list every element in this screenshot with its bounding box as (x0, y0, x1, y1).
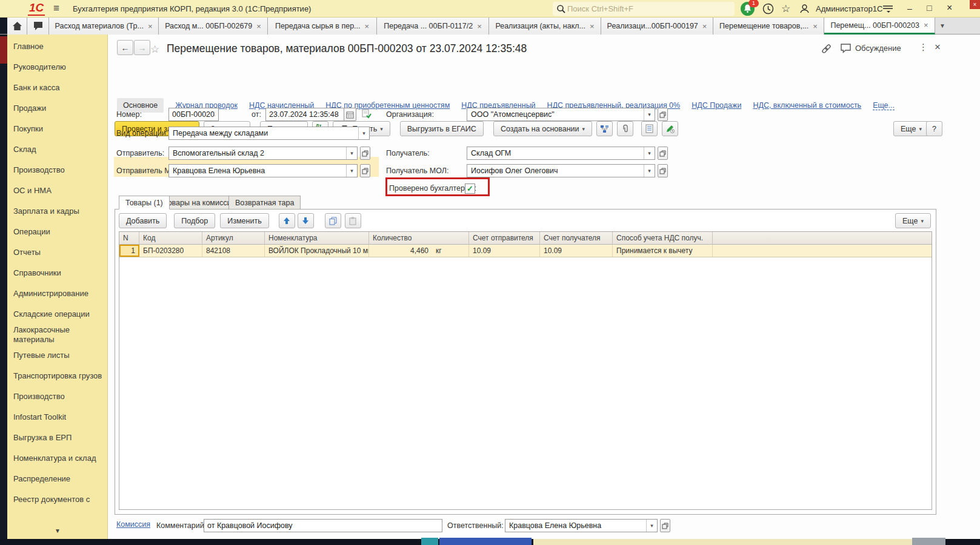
responsible-open-button[interactable] (660, 519, 670, 532)
sidebar-item-nomenklatura-i-sklad[interactable]: Номенклатура и склад (7, 448, 107, 469)
doc-tab[interactable]: Передача ... 00БП-0117/2 × (377, 18, 489, 35)
tab-close-icon[interactable]: × (813, 22, 818, 30)
sidebar-item-transportirovka-gruzov[interactable]: Транспортировка грузов (7, 366, 107, 386)
minimize-button[interactable]: – (907, 4, 912, 13)
get-link-icon[interactable] (821, 43, 832, 54)
cell-nomenclature[interactable]: ВОЙЛОК Прокладочный 10 мм (265, 245, 369, 257)
pick-button[interactable]: Подбор (174, 213, 215, 228)
paste-row-button[interactable] (345, 213, 361, 228)
tab-list-dropdown-icon[interactable]: ▼ (935, 18, 950, 34)
cell-article[interactable]: 842108 (202, 245, 265, 257)
doc-tab[interactable]: Перемещение товаров,... × (713, 18, 824, 35)
edit-history-button[interactable] (662, 121, 678, 136)
notifications-button[interactable]: 1 (740, 1, 757, 17)
sidebar-item-vygruzka-v-erp[interactable]: Выгрузка в ЕРП (7, 428, 107, 448)
favorites-icon[interactable]: ☆ (781, 2, 790, 15)
dropdown-icon[interactable]: ▾ (644, 165, 655, 177)
table-row[interactable]: 1 БП-0203280 842108 ВОЙЛОК Прокладочный … (119, 245, 932, 257)
comment-field[interactable] (204, 519, 442, 532)
sidebar-item-rukovoditelyu[interactable]: Руководителю (7, 57, 107, 78)
cell-account-sender[interactable]: 10.09 (469, 245, 540, 257)
sidebar-item-administrirovanie[interactable]: Администрирование (7, 283, 107, 304)
organization-combo[interactable]: ООО "Атомспецсервис" ▾ (467, 108, 655, 121)
tab-discussions[interactable] (27, 18, 49, 35)
nav-link-nds-vklyuchennyj[interactable]: НДС, включенный в стоимость (753, 101, 861, 110)
create-on-base-button[interactable]: Создать на основании ▾ (493, 121, 592, 136)
dropdown-icon[interactable]: ▾ (358, 127, 369, 139)
sidebar-item-os-i-nma[interactable]: ОС и НМА (7, 180, 107, 201)
back-button[interactable]: ← (117, 40, 133, 55)
sidebar-item-proizvodstvo[interactable]: Производство (7, 160, 107, 180)
maximize-button[interactable]: □ (927, 3, 932, 13)
col-header-quantity[interactable]: Количество (369, 232, 469, 244)
sidebar-item-pokupki[interactable]: Покупки (7, 119, 107, 139)
receiver-mol-combo[interactable]: Иосифов Олег Олегович ▾ (467, 164, 655, 177)
sidebar-item-lakokrasochnye-materialy[interactable]: Лакокрасочные материалы (7, 325, 107, 345)
responsible-combo[interactable]: Кравцова Елена Юрьевна ▾ (505, 519, 658, 532)
user-icon[interactable] (799, 3, 810, 15)
close-form-icon[interactable]: × (935, 41, 941, 53)
sidebar-item-zarplata-i-kadry[interactable]: Зарплата и кадры (7, 201, 107, 222)
tab-close-icon[interactable]: × (365, 22, 370, 30)
edit-row-button[interactable]: Изменить (220, 213, 268, 228)
items-tab-returnable[interactable]: Возвратная тара (228, 196, 301, 210)
sidebar-item-glavnoe[interactable]: Главное (7, 36, 107, 57)
receiver-combo[interactable]: Склад ОГМ ▾ (467, 147, 655, 160)
cell-n[interactable]: 1 (119, 245, 139, 257)
col-header-nomenclature[interactable]: Номенклатура (265, 232, 369, 244)
col-header-n[interactable]: N (119, 232, 139, 244)
dropdown-icon[interactable]: ▾ (346, 165, 357, 177)
nav-link-nds-prodazhi[interactable]: НДС Продажи (692, 101, 741, 110)
forward-button[interactable]: → (134, 40, 150, 55)
col-header-code[interactable]: Код (139, 232, 202, 244)
col-header-vat-method[interactable]: Способ учета НДС получ. (613, 232, 713, 244)
structure-report-button[interactable] (596, 121, 613, 136)
col-header-article[interactable]: Артикул (202, 232, 265, 244)
global-search[interactable] (553, 2, 735, 16)
cell-account-receiver[interactable]: 10.09 (540, 245, 613, 257)
move-down-button[interactable] (298, 213, 314, 228)
calendar-button[interactable] (344, 108, 356, 121)
sender-open-button[interactable] (360, 147, 370, 160)
move-up-button[interactable] (279, 213, 295, 228)
doc-tab[interactable]: Расход м... 00БП-002679 × (159, 18, 268, 35)
doc-tab[interactable]: Передача сырья в пер... × (268, 18, 377, 35)
sidebar-item-proizvodstvo-2[interactable]: Производство (7, 386, 107, 407)
discussion-icon[interactable] (840, 43, 852, 53)
close-window-button[interactable]: × (947, 2, 952, 13)
sidebar-item-infostart-toolkit[interactable]: Infostart Toolkit (7, 407, 107, 428)
sidebar-item-skladskie-operacii[interactable]: Складские операции (7, 304, 107, 325)
cell-code[interactable]: БП-0203280 (139, 245, 202, 257)
sender-mol-combo[interactable]: Кравцова Елена Юрьевна ▾ (168, 164, 358, 177)
doc-tab[interactable]: Расход материалов (Тр... × (49, 18, 159, 35)
sidebar-item-operacii[interactable]: Операции (7, 222, 107, 242)
dropdown-icon[interactable]: ▾ (644, 108, 655, 121)
tab-close-icon[interactable]: × (702, 22, 707, 30)
sidebar-item-spravochniki[interactable]: Справочники (7, 263, 107, 283)
tab-close-icon[interactable]: × (148, 22, 153, 30)
history-icon[interactable] (762, 3, 774, 15)
cell-quantity[interactable]: 4,460 кг (369, 245, 469, 257)
checked-by-accountant-checkbox[interactable]: ✓ (465, 183, 475, 194)
dropdown-icon[interactable]: ▾ (646, 520, 657, 532)
nav-link-more[interactable]: Еще... (873, 101, 895, 110)
sidebar-item-bank-i-kassa[interactable]: Банк и касса (7, 78, 107, 98)
current-user-name[interactable]: Администратор1С (816, 4, 882, 13)
service-menu-icon[interactable] (882, 3, 894, 14)
organization-open-button[interactable] (658, 108, 668, 121)
dropdown-icon[interactable]: ▾ (644, 147, 655, 159)
discussion-label[interactable]: Обсуждение (855, 44, 901, 53)
cell-vat-method[interactable]: Принимается к вычету (613, 245, 713, 257)
sender-combo[interactable]: Вспомогательный склад 2 ▾ (168, 147, 358, 160)
commission-link[interactable]: Комиссия (116, 520, 150, 529)
set-current-date-icon[interactable] (362, 109, 372, 119)
sidebar-item-prodazhi[interactable]: Продажи (7, 98, 107, 119)
sidebar-item-putevye-listy[interactable]: Путевые листы (7, 345, 107, 366)
sender-mol-open-button[interactable] (360, 164, 370, 177)
egais-upload-button[interactable]: Выгрузить в ЕГАИС (400, 121, 484, 136)
items-tab-goods[interactable]: Товары (1) (119, 196, 170, 210)
dropdown-icon[interactable]: ▾ (346, 147, 357, 159)
tab-close-icon[interactable]: × (477, 22, 482, 30)
receiver-open-button[interactable] (658, 147, 668, 160)
form-more-button[interactable]: Еще ▾ (893, 121, 929, 136)
